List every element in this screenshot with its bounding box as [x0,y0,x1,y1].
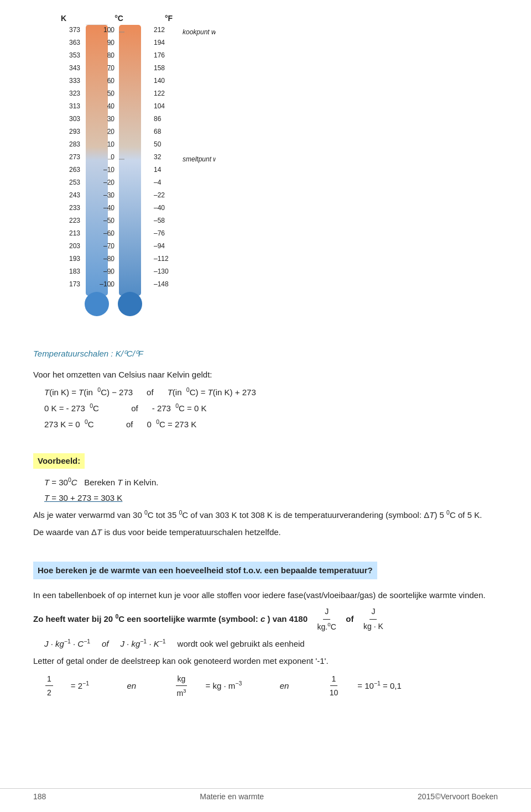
content-section: Voor het omzetten van Celsius naar Kelvi… [33,368,498,699]
svg-text:333: 333 [69,77,80,85]
svg-text:50: 50 [154,140,162,148]
svg-text:–112: –112 [154,255,169,263]
eq-half-equals: = 2−1 [71,679,89,693]
svg-text:–4: –4 [154,179,162,186]
svg-text:176: 176 [154,51,165,59]
eq-tenth-num: 1 [330,673,338,686]
svg-text:–100: –100 [100,280,114,288]
section-heading-1: Hoe bereken je de warmte van een hoeveel… [33,562,377,579]
svg-text:32: 32 [154,153,162,161]
svg-text:–70: –70 [103,242,114,250]
svg-text:70: 70 [107,64,115,72]
bottom-equations: 1 2 = 2−1 en kg m3 = kg · m−3 en 1 10 = … [44,673,498,699]
svg-text:°F: °F [165,14,173,23]
svg-text:90: 90 [107,39,115,46]
thermometer-section: K °C °F [33,11,498,344]
svg-text:–90: –90 [103,268,114,275]
formula-1c: T(in 0C) = T(in K) + 273 [168,387,256,397]
svg-text:80: 80 [107,51,115,59]
svg-text:213: 213 [69,229,80,237]
svg-text:–60: –60 [103,229,114,237]
svg-text:263: 263 [69,166,80,174]
of-3: of [126,420,133,429]
svg-text:363: 363 [69,39,80,46]
formula-3a: 273 K = 0 0C [44,420,94,429]
svg-text:194: 194 [154,39,165,46]
svg-text:122: 122 [154,90,165,97]
svg-text:–22: –22 [154,191,165,199]
svg-text:283: 283 [69,140,80,148]
svg-rect-5 [119,25,141,296]
eq-tenth-den: 10 [328,686,340,699]
svg-text:104: 104 [154,102,165,110]
en-1: en [127,679,136,693]
footer: 188 Materie en warmte 2015©Vervoort Boek… [0,788,531,801]
svg-text:100: 100 [103,26,114,34]
svg-text:50: 50 [107,90,115,97]
formula-units: J · kg−1 · C−1 of J · kg−1 · K−1 wordt o… [44,637,498,651]
svg-text:°C: °C [114,14,123,23]
eq-tenth-equals: = 10−1 = 0,1 [357,679,402,693]
thermometer-image: K °C °F [33,11,216,344]
svg-point-7 [118,292,142,316]
svg-text:173: 173 [69,280,80,288]
thermometer-caption: Temperatuurschalen : K/⁰C/⁰F [33,349,498,359]
formula-2c: - 273 0C = 0 K [152,404,207,413]
formula-3c: 0 0C = 273 K [147,420,197,429]
eq-kg-m3: kg m3 [175,673,188,699]
svg-text:60: 60 [107,77,115,85]
svg-text:–148: –148 [154,280,169,288]
svg-text:313: 313 [69,102,80,110]
en-2: en [280,679,289,693]
svg-text:10: 10 [107,140,115,148]
svg-text:212: 212 [154,26,165,34]
svg-text:223: 223 [69,217,80,224]
svg-text:40: 40 [107,102,115,110]
eq-half-num: 1 [45,673,53,686]
svg-text:kookpunt water: kookpunt water [183,28,216,36]
publisher: 2015©Vervoort Boeken [418,792,498,801]
formula-2a: 0 K = - 273 0C [44,404,99,413]
svg-text:14: 14 [154,166,162,174]
voorbeeld-given: T = 300C Bereken T in Kelvin. [44,475,498,489]
svg-text:–30: –30 [103,191,114,199]
voorbeeld-label: Voorbeeld: [33,453,85,469]
svg-text:–20: –20 [103,179,114,186]
fraction-2-denominator: kg · K [362,620,385,633]
formula-line-3: 273 K = 0 0C of 0 0C = 273 K [44,417,498,431]
svg-text:303: 303 [69,115,80,123]
svg-text:273: 273 [69,153,80,161]
svg-text:–40: –40 [103,204,114,212]
text-exponent: Letter of getal onder de deelstreep kan … [33,654,498,668]
svg-text:30: 30 [107,115,115,123]
eq-kg-m3-num: kg [176,673,188,686]
svg-text:140: 140 [154,77,165,85]
svg-text:343: 343 [69,64,80,72]
text-delta-t: De waarde van ΔT is dus voor beide tempe… [33,525,498,539]
text-water: Als je water verwarmd van 30 0C tot 35 0… [33,508,498,522]
svg-text:233: 233 [69,204,80,212]
formula-1a: T(in K) = T(in 0C) − 273 [44,387,133,397]
svg-text:0: 0 [111,153,114,161]
of-1: of [147,387,154,397]
formula-line-1: T(in K) = T(in 0C) − 273 of T(in 0C) = T… [44,385,498,399]
intro-text: Voor het omzetten van Celsius naar Kelvi… [33,368,498,382]
svg-text:–40: –40 [154,204,165,212]
eq-half-den: 2 [45,686,53,699]
fraction-1-denominator: kg.0C [316,620,338,633]
svg-text:193: 193 [69,255,80,263]
svg-text:323: 323 [69,90,80,97]
fraction-1: J kg.0C [316,605,338,633]
svg-text:203: 203 [69,242,80,250]
svg-text:K: K [61,14,66,23]
svg-point-6 [85,292,109,316]
eq-kg-m3-equals: = kg · m−3 [206,679,242,693]
svg-text:–94: –94 [154,242,165,250]
fraction-1-numerator: J [323,605,330,620]
eq-tenth: 1 10 [328,673,340,699]
svg-text:243: 243 [69,191,80,199]
svg-text:–10: –10 [103,166,114,174]
eq-half: 1 2 [45,673,53,699]
fraction-2: J kg · K [362,605,385,633]
svg-text:68: 68 [154,128,162,135]
